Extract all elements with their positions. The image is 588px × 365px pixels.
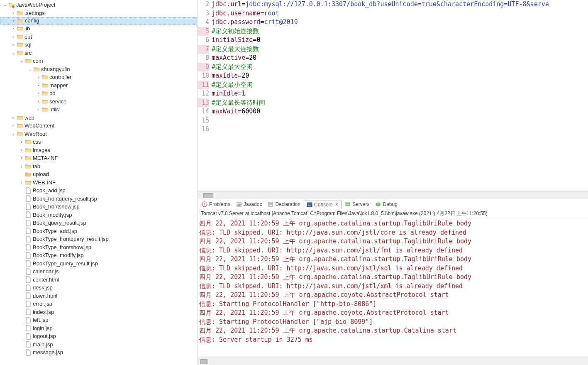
tree-item[interactable]: index.jsp	[0, 308, 197, 316]
tree-item[interactable]: ›web	[0, 114, 197, 122]
chevron-down-icon[interactable]: ⌄	[10, 130, 17, 138]
project-tree[interactable]: ⌄JavaWebProject›.settings›config›lib›out…	[0, 1, 197, 357]
tree-item[interactable]: ›META-INF	[0, 154, 197, 162]
tab-declaration[interactable]: Declaration	[265, 201, 303, 208]
chevron-right-icon[interactable]: ›	[10, 24, 17, 33]
chevron-right-icon[interactable]: ›	[35, 73, 41, 81]
tree-item[interactable]: message.jsp	[0, 348, 197, 357]
tree-item[interactable]: ›.settings	[0, 9, 197, 17]
tree-item[interactable]: ›config	[0, 17, 197, 24]
code-line[interactable]	[212, 125, 588, 134]
tree-item[interactable]: ›css	[0, 138, 197, 146]
tree-item[interactable]: Book_frontshow.jsp	[0, 203, 197, 211]
chevron-right-icon[interactable]: ›	[35, 98, 41, 106]
code-line[interactable]: maxActive=20	[212, 54, 588, 63]
tree-item[interactable]: BookType_modify.jsp	[0, 251, 197, 260]
code-line[interactable]: jdbc.password=crit@2019	[212, 18, 588, 27]
tree-item[interactable]: left.jsp	[0, 316, 197, 324]
code-editor[interactable]: 2345678910111213141516 jdbc.url=jdbc:mys…	[198, 0, 588, 191]
code-line[interactable]: #定义最大空闲	[212, 63, 588, 72]
chevron-right-icon[interactable]: ›	[10, 41, 17, 49]
chevron-right-icon[interactable]: ›	[10, 17, 17, 25]
tree-item[interactable]: BookType_add.jsp	[0, 227, 197, 235]
tree-item[interactable]: login.jsp	[0, 324, 197, 333]
code-line[interactable]: #定义最小空闲	[212, 81, 588, 90]
chevron-down-icon[interactable]: ⌄	[10, 49, 17, 57]
chevron-right-icon[interactable]: ›	[10, 114, 17, 122]
chevron-right-icon[interactable]: ›	[18, 146, 25, 154]
tree-item[interactable]: main.jsp	[0, 341, 197, 349]
bottom-tabbar[interactable]: !Problems@JavadocDeclarationConsole✕Serv…	[198, 199, 588, 209]
chevron-right-icon[interactable]: ›	[18, 179, 25, 187]
code-line[interactable]: jdbc.username=root	[212, 9, 588, 18]
code-line[interactable]: #定义最大连接数	[212, 45, 588, 54]
tab-label: Javadoc	[244, 201, 262, 207]
tree-item[interactable]: Book_modify.jsp	[0, 211, 197, 219]
code-line[interactable]	[212, 116, 588, 125]
scrollbar-thumb[interactable]	[200, 359, 207, 364]
chevron-down-icon[interactable]: ⌄	[27, 65, 33, 73]
project-explorer[interactable]: ⌄JavaWebProject›.settings›config›lib›out…	[0, 0, 198, 365]
tree-item[interactable]: Book_query_result.jsp	[0, 219, 197, 227]
editor-content[interactable]: jdbc.url=jdbc:mysql://127.0.0.1:3307/boo…	[211, 0, 588, 191]
chevron-right-icon[interactable]: ›	[35, 105, 41, 114]
tree-item[interactable]: ›service	[0, 98, 197, 106]
chevron-right-icon[interactable]: ›	[10, 33, 17, 41]
tree-item[interactable]: BookType_query_result.jsp	[0, 260, 197, 268]
code-line[interactable]: maxWait=60000	[212, 107, 588, 116]
tree-item[interactable]: ›out	[0, 33, 197, 41]
code-line[interactable]: #定义初始连接数	[212, 27, 588, 36]
tree-item[interactable]: ›mapper	[0, 81, 197, 90]
editor-horizontal-scrollbar[interactable]	[198, 191, 588, 199]
token-comment: #定义最长等待时间	[212, 99, 265, 106]
tree-item[interactable]: desk.jsp	[0, 284, 197, 292]
tree-item[interactable]: error.jsp	[0, 300, 197, 308]
tab-debug[interactable]: Debug	[373, 201, 400, 208]
tree-item[interactable]: BookType_frontquery_result.jsp	[0, 235, 197, 243]
chevron-right-icon[interactable]: ›	[35, 81, 41, 90]
tree-item[interactable]: center.html	[0, 276, 197, 284]
code-line[interactable]: maxIdle=20	[212, 71, 588, 81]
tab-problems[interactable]: !Problems	[199, 201, 233, 208]
tree-item[interactable]: ›lib	[0, 24, 197, 33]
code-line[interactable]: minIdle=1	[212, 89, 588, 98]
tab-console[interactable]: Console✕	[304, 201, 342, 209]
code-line[interactable]: jdbc.url=jdbc:mysql://127.0.0.1:3307/boo…	[212, 0, 588, 9]
console-output[interactable]: 四月 22, 2021 11:20:59 上午 org.apache.catal…	[198, 218, 588, 358]
chevron-right-icon[interactable]: ›	[35, 89, 41, 98]
tree-item[interactable]: ›WEB-INF	[0, 179, 197, 187]
chevron-down-icon[interactable]: ⌄	[18, 57, 25, 65]
tree-item[interactable]: Book_add.jsp	[0, 186, 197, 195]
tree-item[interactable]: ⌄com	[0, 57, 197, 65]
chevron-down-icon[interactable]: ⌄	[2, 1, 8, 9]
tree-item[interactable]: upload	[0, 170, 197, 179]
tree-item[interactable]: ›sql	[0, 41, 197, 49]
tab-javadoc[interactable]: @Javadoc	[234, 201, 265, 208]
tree-item[interactable]: down.html	[0, 292, 197, 300]
tree-item[interactable]: ›tab	[0, 162, 197, 171]
code-line[interactable]: initialSize=0	[212, 36, 588, 45]
tree-item[interactable]: ›images	[0, 146, 197, 154]
chevron-right-icon[interactable]: ›	[10, 122, 17, 130]
tree-item[interactable]: ›po	[0, 89, 197, 98]
chevron-right-icon[interactable]: ›	[10, 9, 17, 17]
code-line[interactable]: #定义最长等待时间	[212, 98, 588, 108]
tree-item[interactable]: ›utils	[0, 105, 197, 114]
tree-item[interactable]: ›controller	[0, 73, 197, 81]
tree-item[interactable]: ⌄shuangyulin	[0, 65, 197, 73]
console-horizontal-scrollbar[interactable]	[198, 358, 588, 365]
tree-item[interactable]: BookType_frontshow.jsp	[0, 243, 197, 252]
tree-item[interactable]: ›WebContent	[0, 122, 197, 130]
tree-item[interactable]: Book_frontquery_result.jsp	[0, 195, 197, 203]
chevron-right-icon[interactable]: ›	[18, 162, 25, 171]
close-icon[interactable]: ✕	[335, 202, 339, 207]
tab-servers[interactable]: Servers	[342, 201, 372, 208]
tree-item[interactable]: ⌄JavaWebProject	[0, 1, 197, 9]
chevron-right-icon[interactable]: ›	[18, 138, 25, 146]
tree-item[interactable]: calendar.js	[0, 267, 197, 276]
tree-item[interactable]: logout.jsp	[0, 332, 197, 341]
tree-item[interactable]: ⌄WebRoot	[0, 130, 197, 138]
scrollbar-thumb[interactable]	[203, 193, 213, 198]
tree-item[interactable]: ⌄src	[0, 49, 197, 57]
chevron-right-icon[interactable]: ›	[18, 154, 25, 162]
